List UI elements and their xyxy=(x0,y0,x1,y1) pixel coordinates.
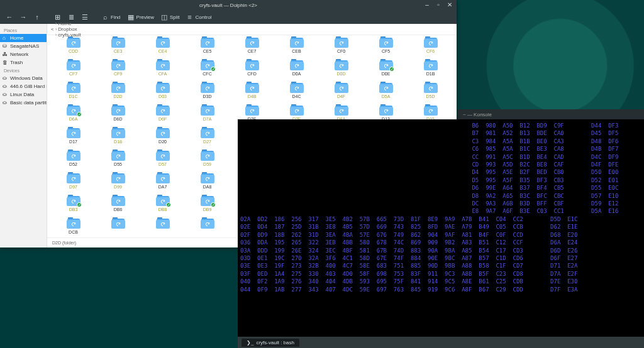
folder-item[interactable]: D5A xyxy=(364,83,408,106)
minimize-button[interactable]: – xyxy=(424,2,430,8)
folder-item[interactable]: D0E xyxy=(364,60,408,83)
sidebar-item-device[interactable]: ⛀Basic data partition xyxy=(0,99,47,107)
folder-icon xyxy=(67,38,80,48)
folder-item[interactable]: D0A xyxy=(274,60,319,83)
back-button[interactable]: ← xyxy=(4,11,15,23)
folder-label: CEB xyxy=(292,49,301,53)
folder-item[interactable]: D03 xyxy=(140,83,185,106)
folder-item[interactable]: CFA xyxy=(140,60,185,83)
folder-icon xyxy=(335,38,348,48)
folder-item[interactable]: CF9 xyxy=(96,60,140,83)
folder-item[interactable]: D6A xyxy=(51,106,96,128)
folder-item[interactable]: DA8 xyxy=(185,173,230,196)
folder-item[interactable]: D1B xyxy=(408,60,453,83)
folder-icon xyxy=(156,83,170,93)
folder-item[interactable]: D97 xyxy=(51,173,96,196)
folder-icon xyxy=(424,106,438,116)
folder-icon xyxy=(201,83,214,93)
folder-item[interactable]: DB6 xyxy=(96,196,140,219)
folder-label: D59 xyxy=(203,162,211,166)
sidebar-item-device[interactable]: ⛀446.6 GiB Hard Drive xyxy=(0,82,47,90)
folder-item[interactable]: D27 xyxy=(185,128,230,151)
find-button[interactable]: ⌕Find xyxy=(99,11,123,23)
folder-label: CDD xyxy=(69,49,78,53)
folder-label: DB6 xyxy=(114,207,123,212)
folder-label: D4C xyxy=(292,94,301,99)
sidebar-item-device[interactable]: ⛀Linux Data xyxy=(0,90,47,99)
folder-item[interactable] xyxy=(185,219,230,237)
folder-item[interactable]: D59 xyxy=(185,151,230,173)
folder-item[interactable]: D4F xyxy=(319,83,364,106)
folder-item[interactable]: D6F xyxy=(140,106,185,128)
folder-icon xyxy=(379,38,393,48)
up-button[interactable]: ↑ xyxy=(31,11,43,23)
breadcrumb-back[interactable]: < xyxy=(51,26,54,32)
search-icon: ⌕ xyxy=(101,13,109,21)
sidebar-item-network[interactable]: 🖧Network xyxy=(0,50,47,58)
preview-button[interactable]: ▦Preview xyxy=(125,11,156,23)
folder-item[interactable]: DB8 xyxy=(140,196,185,219)
maximize-button[interactable]: ▫ xyxy=(435,2,441,8)
folder-icon xyxy=(245,60,259,70)
folder-item[interactable]: CE5 xyxy=(185,38,230,60)
synced-emblem-icon xyxy=(211,202,216,207)
folder-item[interactable]: CF6 xyxy=(408,38,453,60)
breadcrumb-segment[interactable]: › Dropbox xyxy=(55,26,81,32)
breadcrumb-segment[interactable]: › Home xyxy=(55,21,81,26)
sidebar-item-home[interactable]: ⌂Home xyxy=(0,34,47,42)
close-button[interactable]: ✕ xyxy=(447,2,453,8)
folder-item[interactable]: D4C xyxy=(274,83,319,106)
control-button[interactable]: ≡Control xyxy=(184,11,214,23)
folder-item[interactable] xyxy=(140,219,185,237)
folder-item[interactable]: D2D xyxy=(96,83,140,106)
folder-item[interactable]: D5D xyxy=(408,83,453,106)
forward-button[interactable]: → xyxy=(18,11,29,23)
folder-item[interactable]: DB3 xyxy=(51,196,96,219)
folder-label: D2D xyxy=(113,94,122,99)
folder-label: D17 xyxy=(69,139,77,144)
folder-icon xyxy=(156,38,170,48)
folder-item[interactable]: CF0 xyxy=(319,38,364,60)
folder-item[interactable]: D57 xyxy=(140,151,185,173)
devices-heading: Devices xyxy=(0,67,47,74)
folder-item[interactable]: D6D xyxy=(96,106,140,128)
folder-icon xyxy=(156,128,170,138)
split-button[interactable]: ◫Split xyxy=(158,11,182,23)
folder-item[interactable]: D7A xyxy=(185,106,230,128)
folder-item[interactable]: D3D xyxy=(185,83,230,106)
sidebar-item-trash[interactable]: 🗑Trash xyxy=(0,58,47,67)
sidebar-item-device[interactable]: ⛀Windows Data xyxy=(0,74,47,82)
folder-item[interactable]: CDD xyxy=(51,38,96,60)
folder-icon xyxy=(67,106,80,116)
sidebar-item-seagatenas[interactable]: ⛁SeagateNAS xyxy=(0,42,47,50)
folder-item[interactable]: D20 xyxy=(140,128,185,151)
terminal-output[interactable]: B6 980 A50 B12 BD9 C9F D44 DF3 B7 981 A5… xyxy=(238,119,644,337)
folder-item[interactable]: DCB xyxy=(51,219,96,237)
folder-icon xyxy=(424,83,438,93)
window-titlebar[interactable]: cryfs-vault — Dolphin <2> – ▫ ✕ xyxy=(0,0,457,10)
folder-item[interactable]: CFD xyxy=(230,60,274,83)
folder-item[interactable]: CFC xyxy=(185,60,230,83)
folder-icon xyxy=(67,196,80,206)
folder-item[interactable]: D17 xyxy=(51,128,96,151)
folder-item[interactable]: D1C xyxy=(51,83,96,106)
folder-icon xyxy=(67,128,80,138)
folder-item[interactable]: DB9 xyxy=(185,196,230,219)
folder-item[interactable]: D0D xyxy=(319,60,364,83)
folder-icon xyxy=(67,219,80,229)
folder-item[interactable]: D99 xyxy=(96,173,140,196)
folder-item[interactable]: CF7 xyxy=(51,60,96,83)
folder-item[interactable]: CF5 xyxy=(364,38,408,60)
synced-emblem-icon xyxy=(77,202,82,207)
taskbar-tab[interactable]: ❯_ cryfs-vault : bash xyxy=(242,339,299,347)
folder-item[interactable]: D52 xyxy=(51,151,96,173)
folder-item[interactable]: DA7 xyxy=(140,173,185,196)
folder-item[interactable]: CEB xyxy=(274,38,319,60)
folder-item[interactable] xyxy=(96,219,140,237)
folder-item[interactable]: D55 xyxy=(96,151,140,173)
folder-item[interactable]: D4B xyxy=(230,83,274,106)
folder-item[interactable]: D18 xyxy=(96,128,140,151)
folder-item[interactable]: CE7 xyxy=(230,38,274,60)
folder-item[interactable]: CE3 xyxy=(96,38,140,60)
folder-item[interactable]: CE4 xyxy=(140,38,185,60)
